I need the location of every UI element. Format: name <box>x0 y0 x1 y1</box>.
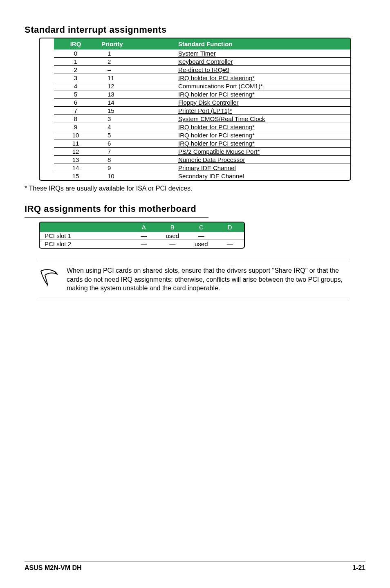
note-text: When using PCI cards on shared slots, en… <box>67 266 350 293</box>
irq-header-function: Standard Function <box>162 38 351 49</box>
table-row: 1510Secondary IDE Channel <box>54 172 351 180</box>
slot-d-cell: — <box>216 240 244 248</box>
irq-cell: 2 <box>54 66 97 74</box>
priority-cell: – <box>97 66 162 74</box>
priority-cell: 2 <box>97 58 162 66</box>
irq-cell: 7 <box>54 107 97 115</box>
section-title-standard-irq: Standard interrupt assignments <box>25 25 365 35</box>
function-cell: Floppy Disk Controller <box>162 99 351 107</box>
assign-header-blank <box>40 222 130 232</box>
table-row: 12Keyboard Controller <box>54 58 351 66</box>
table-row: 01System Timer <box>54 49 351 58</box>
assign-header-d: D <box>216 222 244 232</box>
irq-table-container: IRQ Priority Standard Function 01System … <box>39 38 351 181</box>
table-row: 614Floppy Disk Controller <box>54 99 351 107</box>
irq-cell: 11 <box>54 139 97 148</box>
irq-cell: 5 <box>54 90 97 99</box>
function-cell: PS/2 Compatible Mouse Port* <box>162 148 351 156</box>
table-row: 105IRQ holder for PCI steering* <box>54 131 351 139</box>
priority-cell: 9 <box>97 164 162 172</box>
irq-header-irq: IRQ <box>54 38 97 49</box>
assign-table-container: A B C D PCI slot 1—used—PCI slot 2——used… <box>39 222 245 249</box>
table-row: 138Numeric Data Processor <box>54 156 351 164</box>
table-row: 94IRQ holder for PCI steering* <box>54 123 351 131</box>
function-cell: Communications Port (COM1)* <box>162 82 351 90</box>
irq-cell: 0 <box>54 49 97 58</box>
priority-cell: 3 <box>97 115 162 123</box>
priority-cell: 12 <box>97 82 162 90</box>
function-cell: Numeric Data Processor <box>162 156 351 164</box>
function-cell: Re-direct to IRQ#9 <box>162 66 351 74</box>
table-row: 83System CMOS/Real Time Clock <box>54 115 351 123</box>
slot-a-cell: — <box>130 232 158 240</box>
priority-cell: 6 <box>97 139 162 148</box>
priority-cell: 1 <box>97 49 162 58</box>
irq-cell: 9 <box>54 123 97 131</box>
irq-cell: 6 <box>54 99 97 107</box>
assign-header-b: B <box>158 222 187 232</box>
function-cell: IRQ holder for PCI steering* <box>162 74 351 82</box>
priority-cell: 8 <box>97 156 162 164</box>
table-row: 715Printer Port (LPT1)* <box>54 107 351 115</box>
priority-cell: 4 <box>97 123 162 131</box>
table-row: PCI slot 2——used— <box>40 240 244 248</box>
note-icon <box>39 267 59 289</box>
irq-table: IRQ Priority Standard Function 01System … <box>54 38 351 180</box>
function-cell: IRQ holder for PCI steering* <box>162 90 351 99</box>
section-underline <box>25 217 208 218</box>
footer-right: 1-21 <box>352 564 365 572</box>
slot-c-cell: — <box>187 232 216 240</box>
table-row: 127PS/2 Compatible Mouse Port* <box>54 148 351 156</box>
function-cell: System Timer <box>162 49 351 58</box>
note-callout: When using PCI cards on shared slots, en… <box>39 261 350 298</box>
irq-cell: 13 <box>54 156 97 164</box>
assign-table: A B C D PCI slot 1—used—PCI slot 2——used… <box>40 222 244 248</box>
priority-cell: 7 <box>97 148 162 156</box>
priority-cell: 15 <box>97 107 162 115</box>
function-cell: System CMOS/Real Time Clock <box>162 115 351 123</box>
function-cell: Printer Port (LPT1)* <box>162 107 351 115</box>
slot-a-cell: — <box>130 240 158 248</box>
function-cell: Keyboard Controller <box>162 58 351 66</box>
irq-cell: 8 <box>54 115 97 123</box>
table-row: PCI slot 1—used— <box>40 232 244 240</box>
function-cell: Primary IDE Channel <box>162 164 351 172</box>
assign-header-c: C <box>187 222 216 232</box>
priority-cell: 11 <box>97 74 162 82</box>
section-title-assignments: IRQ assignments for this motherboard <box>25 204 365 214</box>
function-cell: IRQ holder for PCI steering* <box>162 139 351 148</box>
irq-cell: 12 <box>54 148 97 156</box>
function-cell: Secondary IDE Channel <box>162 172 351 180</box>
slot-b-cell: used <box>158 232 187 240</box>
priority-cell: 5 <box>97 131 162 139</box>
irq-header-priority: Priority <box>97 38 162 49</box>
footer-left: ASUS M2N-VM DH <box>25 564 82 572</box>
assign-header-a: A <box>130 222 158 232</box>
slot-c-cell: used <box>187 240 216 248</box>
function-cell: IRQ holder for PCI steering* <box>162 131 351 139</box>
priority-cell: 13 <box>97 90 162 99</box>
irq-cell: 15 <box>54 172 97 180</box>
table-row: 311IRQ holder for PCI steering* <box>54 74 351 82</box>
slot-d-cell <box>216 232 244 240</box>
slot-label-cell: PCI slot 1 <box>40 232 130 240</box>
table-row: 116IRQ holder for PCI steering* <box>54 139 351 148</box>
page-footer: ASUS M2N-VM DH 1-21 <box>25 561 365 572</box>
irq-cell: 4 <box>54 82 97 90</box>
table-row: 149Primary IDE Channel <box>54 164 351 172</box>
table-row: 2–Re-direct to IRQ#9 <box>54 66 351 74</box>
slot-label-cell: PCI slot 2 <box>40 240 130 248</box>
irq-cell: 1 <box>54 58 97 66</box>
irq-cell: 3 <box>54 74 97 82</box>
slot-b-cell: — <box>158 240 187 248</box>
irq-cell: 14 <box>54 164 97 172</box>
irq-footnote: * These IRQs are usually available for I… <box>25 185 365 192</box>
irq-cell: 10 <box>54 131 97 139</box>
function-cell: IRQ holder for PCI steering* <box>162 123 351 131</box>
table-row: 412Communications Port (COM1)* <box>54 82 351 90</box>
priority-cell: 10 <box>97 172 162 180</box>
priority-cell: 14 <box>97 99 162 107</box>
table-row: 513IRQ holder for PCI steering* <box>54 90 351 99</box>
